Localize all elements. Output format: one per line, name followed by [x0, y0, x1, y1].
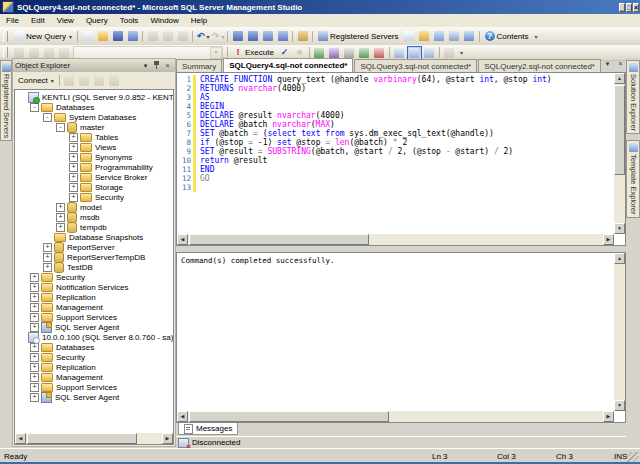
- expand-icon[interactable]: +: [30, 373, 39, 382]
- template-explorer-button[interactable]: [432, 29, 447, 43]
- tree-item-msdb[interactable]: +msdb: [17, 212, 173, 222]
- tree-item-support-services[interactable]: +Support Services: [17, 312, 173, 322]
- expand-icon[interactable]: +: [30, 313, 39, 322]
- editor-vscrollbar[interactable]: ▲ ▼: [614, 73, 625, 234]
- expand-icon[interactable]: +: [30, 293, 39, 302]
- save-all-button[interactable]: [125, 29, 140, 43]
- undo-button[interactable]: ↶▾: [195, 29, 210, 43]
- collapse-icon[interactable]: -: [30, 103, 39, 112]
- menu-view[interactable]: View: [51, 15, 80, 26]
- object-explorer-hscrollbar[interactable]: ◀ ▶: [15, 433, 173, 444]
- panel-close-button[interactable]: ×: [162, 61, 173, 71]
- expand-icon[interactable]: +: [56, 213, 65, 222]
- tab-list-dropdown-button[interactable]: ▾: [602, 59, 613, 70]
- expand-icon[interactable]: +: [30, 353, 39, 362]
- help-contents-button[interactable]: ?Contents: [482, 29, 532, 43]
- scroll-left-arrow-icon[interactable]: ◀: [177, 411, 188, 422]
- tree-item-master[interactable]: -master: [17, 122, 173, 132]
- connect-dropdown-button[interactable]: Connect ▾: [15, 74, 57, 88]
- menu-edit[interactable]: Edit: [25, 15, 51, 26]
- tree-item-management[interactable]: +Management: [17, 372, 173, 382]
- tree-item-support-services[interactable]: +Support Services: [17, 382, 173, 392]
- resize-grip[interactable]: [627, 452, 639, 464]
- tree-item-programmability[interactable]: +Programmability: [17, 162, 173, 172]
- menu-window[interactable]: Window: [144, 15, 184, 26]
- tab-solution-explorer[interactable]: Solution Explorer: [626, 60, 640, 134]
- tree-item-management[interactable]: +Management: [17, 302, 173, 312]
- tree-item-sql-server-agent[interactable]: +SQL Server Agent: [17, 392, 173, 402]
- tree-item-views[interactable]: +Views: [17, 142, 173, 152]
- tree-item-reportservertempdb[interactable]: +ReportServerTempDB: [17, 252, 173, 262]
- scroll-left-arrow-icon[interactable]: ◀: [177, 234, 188, 245]
- close-button[interactable]: ×: [633, 3, 639, 12]
- open-file-button[interactable]: [95, 29, 110, 43]
- scroll-down-arrow-icon[interactable]: ▼: [614, 223, 625, 234]
- close-document-button[interactable]: ×: [615, 59, 626, 70]
- expand-icon[interactable]: +: [43, 253, 52, 262]
- navigate-forward-button[interactable]: [245, 29, 260, 43]
- tree-item-databases[interactable]: -Databases: [17, 102, 173, 112]
- expand-icon[interactable]: +: [69, 153, 78, 162]
- menu-query[interactable]: Query: [80, 15, 114, 26]
- tree-item-system-databases[interactable]: -System Databases: [17, 112, 173, 122]
- toolbar-overflow-button[interactable]: ▾: [532, 33, 541, 40]
- expand-icon[interactable]: +: [30, 323, 39, 332]
- messages-hscrollbar[interactable]: ◀ ▶: [177, 411, 614, 422]
- tree-item-reportserver[interactable]: +ReportServer: [17, 242, 173, 252]
- scrollbar-thumb[interactable]: [189, 234, 369, 245]
- tree-item-storage[interactable]: +Storage: [17, 182, 173, 192]
- new-query-button[interactable]: New Query▾: [11, 29, 75, 43]
- tree-item-tempdb[interactable]: +tempdb: [17, 222, 173, 232]
- tree-item-security[interactable]: +Security: [17, 352, 173, 362]
- tab-template-explorer[interactable]: Template Explorer: [626, 140, 640, 217]
- tree-item-10-0-0-100-sql-server-8-0-760-sa[interactable]: 10.0.0.100 (SQL Server 8.0.760 - sa): [17, 332, 173, 342]
- expand-icon[interactable]: +: [69, 163, 78, 172]
- expand-icon[interactable]: +: [69, 193, 78, 202]
- tab-sqlquery4-sql-not-connected[interactable]: SQLQuery4.sql-not connected*: [223, 58, 353, 72]
- scroll-down-arrow-icon[interactable]: ▼: [614, 400, 625, 411]
- menu-help[interactable]: Help: [185, 15, 213, 26]
- tree-item-testdb[interactable]: +TestDB: [17, 262, 173, 272]
- expand-icon[interactable]: +: [43, 243, 52, 252]
- properties-window-button[interactable]: [447, 29, 462, 43]
- restore-button[interactable]: □: [626, 3, 632, 12]
- expand-icon[interactable]: +: [30, 363, 39, 372]
- expand-icon[interactable]: +: [56, 203, 65, 212]
- tree-item-replication[interactable]: +Replication: [17, 362, 173, 372]
- tree-item-synonyms[interactable]: +Synonyms: [17, 152, 173, 162]
- tree-item-notification-services[interactable]: +Notification Services: [17, 282, 173, 292]
- messages-vscrollbar[interactable]: ▲ ▼: [614, 253, 625, 411]
- tree-item-sql-server-agent[interactable]: +SQL Server Agent: [17, 322, 173, 332]
- expand-icon[interactable]: +: [30, 343, 39, 352]
- expand-icon[interactable]: +: [30, 393, 39, 402]
- messages-pane[interactable]: Command(s) completed successfully. ▲ ▼ ◀…: [176, 252, 626, 423]
- registered-servers-dock-tab[interactable]: Registered Servers: [0, 60, 12, 141]
- scroll-right-arrow-icon[interactable]: ▶: [603, 411, 614, 422]
- tab-messages[interactable]: Messages: [178, 423, 238, 435]
- menu-tools[interactable]: Tools: [114, 15, 145, 26]
- scroll-right-arrow-icon[interactable]: ▶: [162, 433, 173, 444]
- tree-item-service-broker[interactable]: +Service Broker: [17, 172, 173, 182]
- tree-item-model[interactable]: +model: [17, 202, 173, 212]
- tree-item-kentli-sql-server-9-0-852-kentli-adm[interactable]: KENTLI (SQL Server 9.0.852 - KENTLI\Adm: [17, 92, 173, 102]
- new-file-button[interactable]: [80, 29, 95, 43]
- increase-indent-button[interactable]: [275, 29, 290, 43]
- summary-page-button[interactable]: [402, 29, 417, 43]
- editor-hscrollbar[interactable]: ◀ ▶: [177, 234, 614, 245]
- scroll-right-arrow-icon[interactable]: ▶: [603, 234, 614, 245]
- object-search-button[interactable]: [462, 29, 477, 43]
- scrollbar-thumb[interactable]: [27, 433, 137, 444]
- menu-file[interactable]: File: [0, 15, 25, 26]
- collapse-icon[interactable]: -: [56, 123, 65, 132]
- registered-servers-button[interactable]: Registered Servers: [315, 29, 401, 43]
- scroll-left-arrow-icon[interactable]: ◀: [15, 433, 26, 444]
- tree-item-tables[interactable]: +Tables: [17, 132, 173, 142]
- auto-hide-pin-button[interactable]: [151, 61, 162, 71]
- tab-sqlquery2-sql-not-connected[interactable]: SQLQuery2.sql-not connected*: [478, 59, 601, 72]
- panel-menu-button[interactable]: ▾: [140, 61, 151, 71]
- chevron-down-icon[interactable]: ▾: [210, 47, 222, 59]
- tree-item-replication[interactable]: +Replication: [17, 292, 173, 302]
- expand-icon[interactable]: +: [30, 383, 39, 392]
- expand-icon[interactable]: +: [30, 303, 39, 312]
- toolbar-overflow-button[interactable]: ▾: [457, 49, 466, 56]
